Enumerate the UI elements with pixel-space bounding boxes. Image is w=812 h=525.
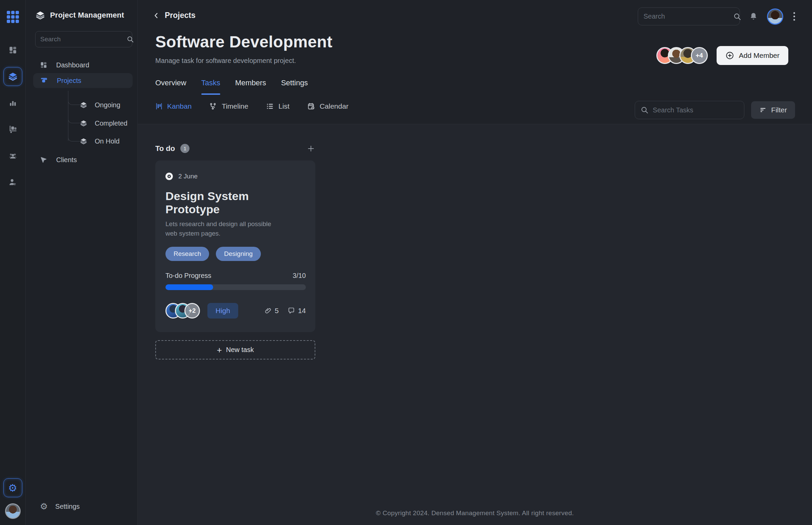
progress-value: 3/10 bbox=[293, 272, 306, 280]
view-label: Calendar bbox=[320, 102, 349, 110]
rail-analytics-button[interactable] bbox=[3, 93, 22, 112]
new-task-label: New task bbox=[226, 346, 254, 354]
column-add-icon[interactable] bbox=[307, 144, 315, 153]
search-icon bbox=[641, 106, 648, 114]
sidebar-item-dashboard[interactable]: Dashboard bbox=[33, 58, 133, 72]
bar-chart-icon bbox=[9, 99, 17, 107]
rail-team-button[interactable] bbox=[3, 146, 22, 165]
kanban-icon bbox=[155, 103, 163, 110]
sidebar-item-projects[interactable]: Projects bbox=[33, 73, 133, 88]
add-member-button[interactable]: Add Member bbox=[717, 46, 788, 65]
sidebar-item-label: Projects bbox=[57, 77, 81, 85]
rail-user-settings-button[interactable] bbox=[3, 172, 22, 192]
column-count-badge: 1 bbox=[180, 144, 189, 153]
plus-circle-icon bbox=[725, 51, 734, 60]
sidebar-subitem-label: Completed bbox=[95, 119, 127, 127]
sidebar-subitem-on-hold[interactable]: On Hold bbox=[80, 134, 119, 148]
view-timeline[interactable]: Timeline bbox=[209, 102, 248, 110]
view-label: Timeline bbox=[221, 102, 248, 110]
global-search bbox=[638, 7, 740, 25]
rail-dashboard-button[interactable] bbox=[3, 41, 22, 60]
sidebar-subitem-label: Ongoing bbox=[95, 101, 120, 109]
attachments-count: 5 bbox=[275, 307, 279, 315]
sidebar-subitem-ongoing[interactable]: Ongoing bbox=[80, 98, 120, 112]
sidebar-item-label: Settings bbox=[55, 502, 79, 510]
task-title: Design System Prototype bbox=[166, 190, 306, 216]
breadcrumb-label: Projects bbox=[165, 11, 196, 20]
filter-icon bbox=[759, 106, 767, 114]
add-member-label: Add Member bbox=[739, 51, 780, 60]
tab-settings[interactable]: Settings bbox=[281, 78, 308, 95]
app-title: Project Management bbox=[50, 11, 124, 20]
user-gear-icon bbox=[8, 177, 18, 187]
sidebar-subitem-label: On Hold bbox=[95, 137, 119, 145]
assignee-overflow-badge: +2 bbox=[184, 303, 200, 318]
people-icon bbox=[8, 151, 18, 161]
page-subtitle: Manage task for software development pro… bbox=[155, 57, 296, 65]
task-search-input[interactable] bbox=[653, 106, 742, 114]
global-search-input[interactable] bbox=[644, 13, 733, 20]
filter-button[interactable]: Filter bbox=[751, 101, 795, 119]
layers-icon bbox=[80, 137, 87, 145]
dashboard-icon bbox=[40, 61, 47, 69]
sidebar-item-label: Clients bbox=[56, 156, 77, 164]
sidebar-item-settings[interactable]: ⚙ Settings bbox=[40, 502, 80, 511]
app-grid-icon[interactable] bbox=[7, 11, 19, 23]
notifications-bell-icon[interactable] bbox=[749, 12, 758, 21]
gear-icon: ⚙ bbox=[8, 482, 17, 494]
task-description: Lets research and design all possible we… bbox=[166, 219, 284, 238]
page-tabs: Overview Tasks Members Settings bbox=[155, 78, 308, 95]
layers-icon bbox=[80, 101, 87, 109]
sidebar-item-clients[interactable]: Clients bbox=[33, 152, 133, 167]
filter-label: Filter bbox=[771, 106, 787, 114]
comment-icon bbox=[288, 307, 295, 314]
view-switcher: Kanban Timeline List Calendar bbox=[155, 102, 349, 110]
more-options-icon[interactable] bbox=[792, 11, 796, 22]
comments-meta[interactable]: 14 bbox=[288, 307, 306, 315]
task-tag[interactable]: Designing bbox=[216, 247, 261, 261]
breadcrumb[interactable]: Projects bbox=[153, 11, 196, 20]
progress-label: To-do Progress bbox=[166, 272, 212, 280]
search-icon bbox=[733, 13, 741, 21]
task-card[interactable]: 2 June Design System Prototype Lets rese… bbox=[155, 161, 315, 332]
timeline-icon bbox=[209, 102, 217, 110]
kanban-board: To do 1 2 June Design System Prototype L… bbox=[138, 124, 812, 525]
view-list[interactable]: List bbox=[266, 102, 290, 110]
sidebar-subitem-completed[interactable]: Completed bbox=[80, 117, 127, 130]
cart-icon bbox=[8, 124, 18, 134]
column-title: To do bbox=[155, 144, 175, 153]
sidebar-item-label: Dashboard bbox=[56, 61, 89, 69]
view-calendar[interactable]: Calendar bbox=[307, 102, 349, 110]
list-icon bbox=[266, 102, 274, 110]
view-kanban[interactable]: Kanban bbox=[155, 102, 191, 110]
icon-rail: ⚙ bbox=[0, 0, 26, 525]
task-tag[interactable]: Research bbox=[166, 247, 209, 261]
new-task-button[interactable]: + New task bbox=[155, 340, 315, 359]
comments-count: 14 bbox=[298, 307, 306, 315]
member-avatar-stack[interactable]: +4 bbox=[656, 47, 708, 64]
tab-overview[interactable]: Overview bbox=[155, 78, 186, 95]
tab-members[interactable]: Members bbox=[235, 78, 266, 95]
progress-bar-fill bbox=[166, 284, 213, 290]
main-content: Projects Software Development Manage tas… bbox=[138, 0, 812, 525]
task-search bbox=[635, 101, 744, 119]
assignee-avatar-stack[interactable]: +2 bbox=[166, 303, 200, 318]
copyright-footer: © Copyright 2024. Densed Management Syst… bbox=[138, 509, 812, 517]
view-label: Kanban bbox=[167, 102, 191, 110]
progress-bar bbox=[166, 284, 306, 290]
page-title: Software Development bbox=[155, 32, 332, 51]
rail-inventory-button[interactable] bbox=[3, 120, 22, 139]
task-due-date: 2 June bbox=[178, 172, 198, 180]
rail-settings-button[interactable]: ⚙ bbox=[3, 478, 22, 497]
sidebar-search bbox=[35, 31, 132, 47]
rail-projects-button[interactable] bbox=[3, 67, 22, 86]
send-icon bbox=[40, 156, 47, 164]
priority-badge: High bbox=[208, 303, 238, 318]
kanban-column-todo: To do 1 2 June Design System Prototype L… bbox=[155, 144, 315, 359]
rail-user-avatar[interactable] bbox=[5, 503, 21, 519]
sidebar-search-input[interactable] bbox=[40, 35, 123, 43]
search-icon bbox=[126, 35, 134, 43]
user-avatar[interactable] bbox=[767, 9, 783, 25]
attachments-meta[interactable]: 5 bbox=[264, 307, 279, 315]
tab-tasks[interactable]: Tasks bbox=[201, 78, 220, 95]
